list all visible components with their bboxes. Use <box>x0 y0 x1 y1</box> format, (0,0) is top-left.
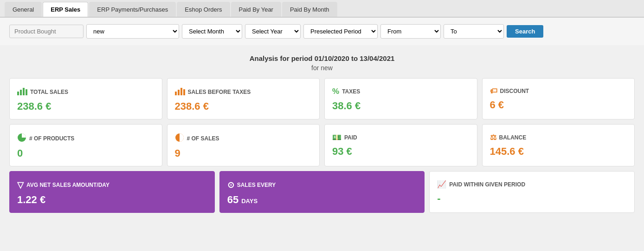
cards-row2: # OF PRODUCTS 0 # OF SALES 9 💵 PAID <box>9 124 635 166</box>
percent-icon: % <box>332 87 339 96</box>
money-icon: 💵 <box>332 133 341 142</box>
scale-icon: ⚖ <box>490 133 496 142</box>
card-taxes: % TAXES 38.6 € <box>324 78 477 119</box>
product-select[interactable]: new <box>86 24 179 39</box>
card-paid-within-period-label: PAID WITHIN GIVEN PERIOD <box>449 181 525 188</box>
svg-rect-7 <box>183 89 185 95</box>
card-total-sales-label: TOTAL SALES <box>30 89 68 95</box>
bar-chart-orange-icon <box>175 87 185 97</box>
card-balance-value: 145.6 € <box>490 145 524 158</box>
content-area: Analysis for period 01/10/2020 to 13/04/… <box>0 45 644 222</box>
card-sales-before-taxes-value: 238.6 € <box>175 100 209 112</box>
from-select[interactable]: From <box>380 24 441 39</box>
card-balance: ⚖ BALANCE 145.6 € <box>482 124 635 166</box>
to-select[interactable]: To <box>444 24 504 39</box>
card-sales-every: ⊙ SALES EVERY 65 DAYS <box>219 171 425 213</box>
bar-chart-green-icon <box>17 87 27 97</box>
tab-erp-sales[interactable]: ERP Sales <box>43 2 88 17</box>
card-paid: 💵 PAID 93 € <box>324 124 477 166</box>
funnel-icon: ▽ <box>17 180 24 190</box>
card-sales-before-taxes-label: SALES before Taxes <box>188 89 251 95</box>
clock-icon: ⊙ <box>227 180 234 190</box>
card-avg-net-sales: ▽ AVG NET SALES AMOUNT/day 1.22 € <box>9 171 215 213</box>
tag-icon: 🏷 <box>490 87 497 95</box>
card-taxes-label: TAXES <box>342 88 360 95</box>
card-avg-net-sales-value: 1.22 € <box>17 194 45 206</box>
pie-orange-icon <box>175 133 184 144</box>
card-total-sales-value: 238.6 € <box>17 100 51 112</box>
card-balance-label: BALANCE <box>499 134 527 141</box>
card-avg-net-sales-label: AVG NET SALES AMOUNT/day <box>26 182 109 188</box>
card-num-products-value: 0 <box>17 147 23 159</box>
product-bought-input[interactable] <box>9 25 84 38</box>
card-sales-before-taxes: SALES before Taxes 238.6 € <box>167 78 320 119</box>
tab-eshop-orders[interactable]: Eshop Orders <box>177 2 230 17</box>
card-num-products: # OF PRODUCTS 0 <box>9 124 162 166</box>
tabs-bar: General ERP Sales ERP Payments/Purchases… <box>0 0 644 18</box>
card-sales-every-value: 65 <box>227 194 238 206</box>
card-paid-value: 93 € <box>332 145 352 158</box>
card-paid-within-period-value: - <box>437 192 440 205</box>
card-taxes-value: 38.6 € <box>332 100 361 112</box>
svg-rect-4 <box>175 92 177 95</box>
svg-rect-5 <box>178 90 180 95</box>
card-total-sales: TOTAL SALES 238.6 € <box>9 78 162 119</box>
card-paid-label: PAID <box>344 134 357 141</box>
month-select[interactable]: Select Month <box>182 24 242 39</box>
tab-general[interactable]: General <box>5 2 42 17</box>
card-num-products-label: # OF PRODUCTS <box>29 135 74 142</box>
period-subtitle: for new <box>9 64 635 72</box>
card-num-sales-label: # OF SALES <box>187 135 219 142</box>
card-sales-every-label: SALES EVERY <box>237 182 276 188</box>
cards-row1: TOTAL SALES 238.6 € SALES before Taxes 2… <box>9 78 635 119</box>
svg-rect-3 <box>26 89 27 95</box>
period-title: Analysis for period 01/10/2020 to 13/04/… <box>9 54 635 62</box>
tab-erp-payments[interactable]: ERP Payments/Purchases <box>89 2 176 17</box>
search-button[interactable]: Search <box>507 25 543 38</box>
tab-paid-by-month[interactable]: Paid By Month <box>282 2 337 17</box>
card-discount: 🏷 DISCOUNT 6 € <box>482 78 635 119</box>
pie-green-icon <box>17 133 26 144</box>
svg-rect-2 <box>23 88 25 95</box>
svg-rect-1 <box>20 90 22 95</box>
card-sales-every-subtext: DAYS <box>241 198 258 205</box>
svg-rect-6 <box>180 88 182 95</box>
period-select[interactable]: Preselected Period <box>303 24 378 39</box>
bottom-row: ▽ AVG NET SALES AMOUNT/day 1.22 € ⊙ SALE… <box>9 171 635 213</box>
card-num-sales: # OF SALES 9 <box>167 124 320 166</box>
card-paid-within-period: 📈 PAID WITHIN GIVEN PERIOD - <box>429 171 635 213</box>
card-discount-value: 6 € <box>490 99 504 111</box>
filter-bar: new Select Month Select Year Preselected… <box>0 18 644 45</box>
svg-rect-0 <box>17 92 19 95</box>
chart-up-icon: 📈 <box>437 180 446 189</box>
year-select[interactable]: Select Year <box>245 24 301 39</box>
tab-paid-by-year[interactable]: Paid By Year <box>231 2 281 17</box>
card-num-sales-value: 9 <box>175 147 180 159</box>
card-discount-label: DISCOUNT <box>500 88 529 94</box>
